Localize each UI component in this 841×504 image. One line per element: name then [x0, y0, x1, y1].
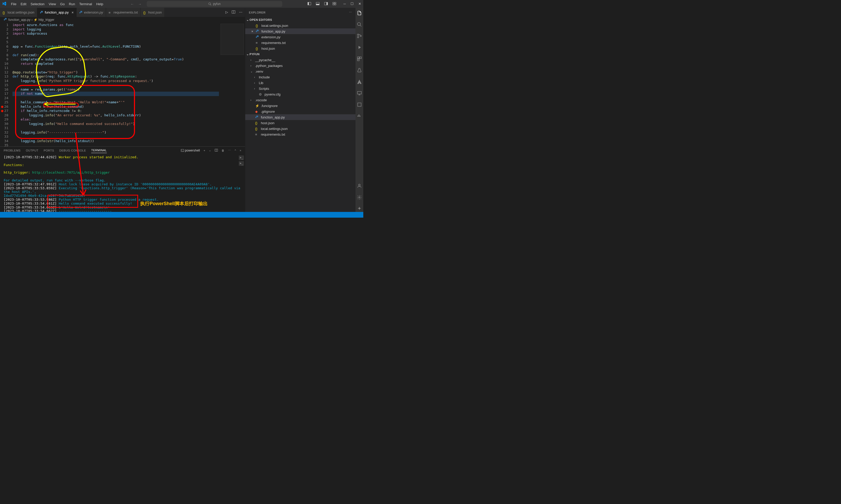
- menu-terminal[interactable]: Terminal: [77, 1, 94, 7]
- office-icon[interactable]: [356, 102, 362, 108]
- open-editor-item[interactable]: ≡ requirements.txt: [245, 40, 356, 46]
- section-open-editors[interactable]: ⌄ OPEN EDITORS: [245, 17, 356, 23]
- split-editor-icon[interactable]: [232, 10, 235, 15]
- menu-selection[interactable]: Selection: [29, 1, 46, 7]
- panel-tab-output[interactable]: OUTPUT: [26, 148, 38, 153]
- tab-local-settings[interactable]: {} local.settings.json: [0, 8, 37, 17]
- editor-area: {} local.settings.json function_app.py ×…: [0, 8, 245, 212]
- breadcrumb[interactable]: function_app.py › ⚡ http_trigger: [0, 17, 245, 23]
- window-maximize-icon[interactable]: ☐: [350, 2, 354, 6]
- file-label: requirements.txt: [261, 41, 286, 45]
- explorer-more-icon[interactable]: ⋯: [349, 11, 352, 14]
- menu-run[interactable]: Run: [67, 1, 77, 7]
- tree-item[interactable]: {} local.settings.json: [245, 126, 356, 131]
- testing-icon[interactable]: [356, 67, 362, 73]
- tree-item[interactable]: › .vscode: [245, 97, 356, 103]
- chevron-right-icon: ›: [251, 64, 254, 67]
- sparkle-icon[interactable]: [356, 206, 362, 212]
- tree-label: function_app.py: [261, 115, 285, 119]
- tree-item[interactable]: {} host.json: [245, 120, 356, 126]
- search-placeholder: pyfun: [213, 2, 221, 6]
- tree-item[interactable]: ⚡ .funcignore: [245, 103, 356, 109]
- menu-view[interactable]: View: [47, 1, 58, 7]
- nav-forward-icon[interactable]: →: [138, 2, 141, 6]
- section-label: PYFUN: [250, 53, 260, 56]
- terminal-instance-icon[interactable]: >_: [239, 161, 244, 166]
- remote-icon[interactable]: [356, 90, 362, 96]
- panel-tab-terminal[interactable]: TERMINAL: [91, 148, 107, 153]
- azure-icon[interactable]: [356, 78, 362, 85]
- panel-tab-problems[interactable]: PROBLEMS: [4, 148, 21, 153]
- settings-icon[interactable]: [356, 194, 362, 200]
- terminal-type[interactable]: powershell: [181, 149, 200, 152]
- tab-host-json[interactable]: {} host.json: [141, 8, 165, 17]
- tab-function-app[interactable]: function_app.py ×: [37, 8, 76, 17]
- menu-file[interactable]: File: [9, 1, 18, 7]
- run-icon[interactable]: ▷: [225, 10, 228, 15]
- breadcrumb-item[interactable]: http_trigger: [38, 18, 54, 22]
- menu-edit[interactable]: Edit: [18, 1, 29, 7]
- layout-panel-left-icon[interactable]: [308, 2, 311, 6]
- tree-label: pyvenv.cfg: [264, 92, 280, 96]
- open-editor-item[interactable]: {} local.settings.json: [245, 23, 356, 29]
- kill-terminal-icon[interactable]: 🗑: [222, 149, 224, 152]
- section-workspace[interactable]: ⌄ PYFUN: [245, 51, 356, 57]
- layout-panel-bottom-icon[interactable]: [316, 2, 320, 6]
- tree-item[interactable]: › __pycache__: [245, 57, 356, 63]
- open-editor-item[interactable]: × function_app.py: [245, 29, 356, 34]
- menu-go[interactable]: Go: [58, 1, 67, 7]
- tree-item[interactable]: ⌄ .venv: [245, 69, 356, 74]
- code-editor[interactable]: 1234567891011121314151617242526272829303…: [0, 23, 245, 146]
- new-terminal-icon[interactable]: +: [204, 149, 205, 152]
- split-terminal-icon[interactable]: [215, 149, 218, 152]
- maximize-panel-icon[interactable]: ^: [235, 149, 236, 152]
- layout-customize-icon[interactable]: [332, 2, 336, 6]
- tree-item[interactable]: ◆ .gitignore: [245, 109, 356, 114]
- chevron-right-icon: ›: [254, 82, 257, 84]
- tree-item[interactable]: ⚙ pyvenv.cfg: [245, 91, 356, 97]
- panel-tab-ports[interactable]: PORTS: [44, 148, 54, 153]
- tree-item[interactable]: function_app.py: [245, 114, 356, 120]
- tree-item[interactable]: › Scripts: [245, 86, 356, 91]
- tab-label: local.settings.json: [7, 11, 34, 14]
- svg-rect-30: [360, 115, 360, 116]
- close-icon[interactable]: ×: [251, 30, 254, 33]
- tab-requirements[interactable]: ≡ requirements.txt: [106, 8, 141, 17]
- tree-item[interactable]: › Include: [245, 74, 356, 80]
- run-debug-icon[interactable]: [356, 44, 362, 51]
- docker-icon[interactable]: [356, 113, 362, 119]
- tree-item[interactable]: › Lib: [245, 80, 356, 86]
- search-icon[interactable]: [356, 21, 362, 28]
- status-bar[interactable]: [0, 212, 363, 218]
- accounts-icon[interactable]: [356, 183, 362, 189]
- tab-close-icon[interactable]: ×: [71, 11, 73, 15]
- close-panel-icon[interactable]: ×: [240, 149, 241, 152]
- file-icon: {}: [256, 24, 260, 28]
- chevron-down-icon[interactable]: ⌄: [209, 149, 211, 152]
- file-label: host.json: [261, 47, 275, 51]
- tab-extension[interactable]: extension.py: [76, 8, 106, 17]
- tree-item[interactable]: › .python_packages: [245, 63, 356, 69]
- tree-item[interactable]: ≡ requirements.txt: [245, 131, 356, 137]
- open-editor-item[interactable]: extension.py: [245, 34, 356, 40]
- window-minimize-icon[interactable]: ─: [343, 2, 346, 6]
- svg-point-0: [209, 3, 211, 5]
- explorer-icon[interactable]: [356, 10, 362, 16]
- minimap[interactable]: [219, 23, 245, 146]
- chevron-down-icon: ⌄: [246, 52, 249, 56]
- command-center-search[interactable]: pyfun: [147, 1, 282, 7]
- panel-tab-debug-console[interactable]: DEBUG CONSOLE: [59, 148, 86, 153]
- code-content[interactable]: import azure.functions as funcimport log…: [13, 23, 219, 146]
- window-close-icon[interactable]: ✕: [358, 2, 361, 6]
- open-editor-item[interactable]: {} host.json: [245, 46, 356, 51]
- breadcrumb-item[interactable]: function_app.py: [8, 18, 31, 22]
- extensions-icon[interactable]: [356, 56, 362, 62]
- terminal-instance-icon[interactable]: >_: [239, 156, 244, 160]
- more-actions-icon[interactable]: ⋯: [239, 10, 242, 15]
- menu-help[interactable]: Help: [94, 1, 105, 7]
- terminal[interactable]: >_ >_ [2023-10-07T05:32:44.629Z] Worker …: [0, 155, 245, 212]
- nav-back-icon[interactable]: ←: [131, 2, 134, 6]
- more-icon[interactable]: ⋯: [228, 149, 231, 152]
- layout-panel-right-icon[interactable]: [324, 2, 328, 6]
- source-control-icon[interactable]: [356, 33, 362, 39]
